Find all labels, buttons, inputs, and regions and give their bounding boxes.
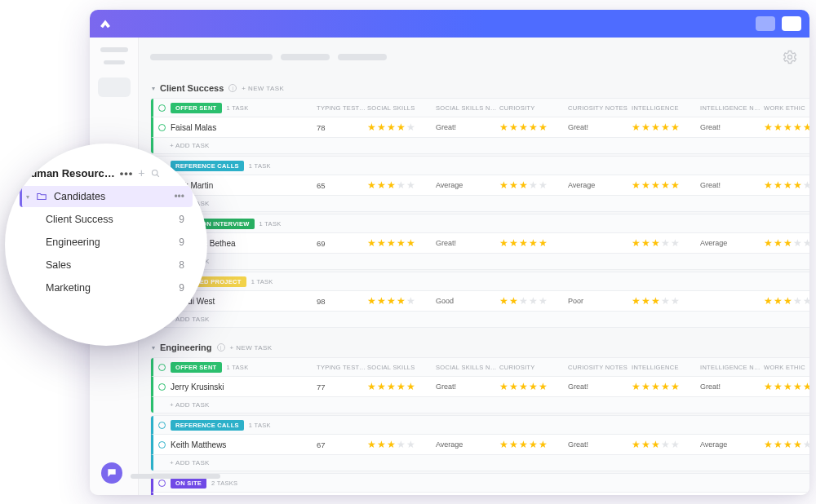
status-task-count: 1 TASK <box>251 278 273 285</box>
sidebar-placeholder <box>104 60 125 64</box>
magnifier-header: Human Resourc… ••• + <box>20 166 193 179</box>
expand-icon[interactable] <box>158 480 166 487</box>
star-icon: ★ <box>774 440 783 449</box>
status-chip[interactable]: OFFER SENT <box>171 103 222 113</box>
header-placeholder <box>281 54 330 60</box>
star-icon: ★ <box>406 238 415 248</box>
chevron-down-icon[interactable]: ▾ <box>152 344 155 351</box>
star-rating: ★★★★★ <box>764 296 809 306</box>
new-task-button[interactable]: + NEW TASK <box>242 85 284 92</box>
main-header <box>150 49 809 65</box>
add-task-button[interactable]: + ADD TASK <box>151 195 809 211</box>
star-icon: ★ <box>367 440 376 449</box>
status-chip[interactable]: OFFER SENT <box>171 362 222 373</box>
star-rating: ★★★★★ <box>499 122 568 132</box>
cell-curiosity-note: Great! <box>568 382 632 391</box>
table-row[interactable]: Jerry Krusinski 77 ★★★★★ Great! ★★★★★ Gr… <box>151 376 809 396</box>
expand-icon[interactable] <box>158 104 166 112</box>
star-icon: ★ <box>641 180 650 190</box>
star-icon: ★ <box>632 180 641 190</box>
info-icon[interactable]: i <box>228 84 237 92</box>
star-icon: ★ <box>632 296 641 306</box>
expand-icon[interactable] <box>158 364 166 371</box>
table-row[interactable]: Scott Snider 76 ★★★★★ Average ★★★★★ Good… <box>151 492 809 495</box>
star-icon: ★ <box>774 238 783 248</box>
star-icon: ★ <box>519 238 528 248</box>
star-icon: ★ <box>803 122 809 132</box>
add-task-button[interactable]: + ADD TASK <box>151 253 809 269</box>
add-task-button[interactable]: + ADD TASK <box>151 454 809 471</box>
star-icon: ★ <box>671 122 680 132</box>
star-icon: ★ <box>377 238 386 248</box>
status-chip[interactable]: REFERENCE CALLS <box>171 420 244 431</box>
star-rating: ★★★★★ <box>367 382 436 391</box>
star-rating: ★★★★★ <box>764 122 809 132</box>
new-task-button[interactable]: + NEW TASK <box>230 344 273 351</box>
add-task-button[interactable]: + ADD TASK <box>151 311 809 327</box>
col-intelligence-notes: INTELLIGENCE NOTES <box>700 104 764 112</box>
sidebar-item-client-success[interactable]: Client Success 9 <box>20 209 193 230</box>
star-rating: ★★★★★ <box>367 238 436 248</box>
sidebar-placeholder <box>100 47 128 52</box>
add-task-button[interactable]: + ADD TASK <box>151 137 809 153</box>
sidebar-item-candidates[interactable]: ▾ Candidates ••• <box>20 186 193 207</box>
cell-social-note: Great! <box>436 239 499 247</box>
star-icon: ★ <box>406 180 415 190</box>
cell-typing: 69 <box>317 239 367 248</box>
status-chip[interactable]: REFERENCE CALLS <box>171 161 244 171</box>
more-icon[interactable]: ••• <box>120 167 134 179</box>
star-icon: ★ <box>803 180 809 190</box>
star-icon: ★ <box>529 122 538 132</box>
sidebar-item-sales[interactable]: Sales 8 <box>20 254 193 276</box>
add-task-button[interactable]: + ADD TASK <box>151 396 809 413</box>
star-icon: ★ <box>377 440 386 449</box>
chat-fab-icon[interactable] <box>101 462 122 484</box>
table-row[interactable]: Faisal Malas 78 ★★★★★ Great! ★★★★★ Great… <box>151 117 809 137</box>
sidebar-item-engineering[interactable]: Engineering 9 <box>20 232 193 253</box>
status-header: REFERENCE CALLS 1 TASK <box>151 157 809 175</box>
star-icon: ★ <box>632 382 641 391</box>
search-icon[interactable] <box>150 168 161 179</box>
star-icon: ★ <box>793 296 802 306</box>
more-icon[interactable]: ••• <box>174 191 184 202</box>
section-title-row: ▾ Client Success i + NEW TASK <box>150 82 809 98</box>
star-icon: ★ <box>499 180 508 190</box>
star-icon: ★ <box>519 440 528 449</box>
star-icon: ★ <box>377 180 386 190</box>
status-task-count: 1 TASK <box>227 364 249 371</box>
cell-typing: 77 <box>317 382 367 391</box>
star-icon: ★ <box>651 122 660 132</box>
star-rating: ★★★★★ <box>499 180 568 190</box>
sidebar-item-marketing[interactable]: Marketing 9 <box>20 277 193 298</box>
status-task-count: 1 TASK <box>259 220 282 228</box>
table-row[interactable]: Zack Martin 65 ★★★★★ Average ★★★★★ Avera… <box>151 175 809 195</box>
table-row[interactable]: Alexandra Bethea 69 ★★★★★ Great! ★★★★★ ★… <box>151 232 809 253</box>
topbar-slot[interactable] <box>756 16 775 31</box>
svg-point-3 <box>788 55 792 60</box>
table-row[interactable]: Keith Matthews 67 ★★★★★ Average ★★★★★ Gr… <box>151 434 809 454</box>
star-icon: ★ <box>509 122 518 132</box>
status-header: IN PERSON INTERVIEW 1 TASK <box>151 214 809 232</box>
star-icon: ★ <box>764 382 773 391</box>
main: ▾ Client Success i + NEW TASK OFFER SENT… <box>139 38 809 495</box>
star-icon: ★ <box>387 122 396 132</box>
sidebar-search-placeholder[interactable] <box>98 77 131 97</box>
info-icon[interactable]: i <box>217 343 225 351</box>
chevron-down-icon[interactable]: ▾ <box>152 85 155 92</box>
star-icon: ★ <box>509 180 518 190</box>
candidate-name: Keith Matthews <box>171 440 226 449</box>
star-icon: ★ <box>539 238 548 248</box>
star-icon: ★ <box>793 382 802 391</box>
topbar-slot[interactable] <box>782 16 801 31</box>
status-chip[interactable]: ON SITE <box>171 478 206 489</box>
add-icon[interactable]: + <box>138 166 144 179</box>
expand-icon[interactable] <box>158 422 166 429</box>
gear-icon[interactable] <box>782 49 798 65</box>
status-group: IN PERSON INTERVIEW 1 TASK Alexandra Bet… <box>150 214 809 270</box>
cell-social-note: Average <box>436 181 499 189</box>
star-icon: ★ <box>367 382 376 391</box>
section-title: Client Success <box>160 83 224 93</box>
cell-typing: 98 <box>317 297 367 306</box>
table-row[interactable]: Brandi West 98 ★★★★★ Good ★★★★★ Poor ★★★… <box>151 290 809 311</box>
sidebar-magnifier: Human Resourc… ••• + ▾ Candidates ••• Cl… <box>5 144 207 346</box>
